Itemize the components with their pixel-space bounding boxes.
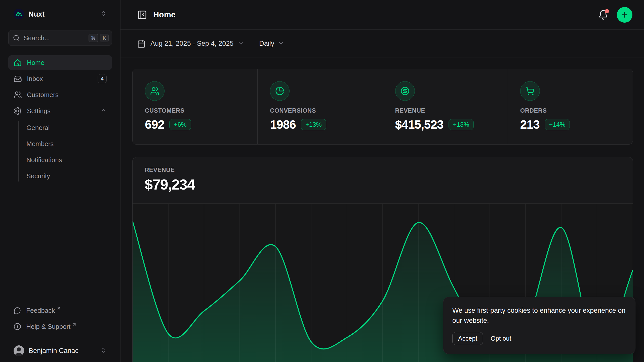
subnav-rail bbox=[18, 121, 19, 182]
pie-chart-icon bbox=[270, 81, 290, 101]
notification-dot bbox=[605, 9, 609, 13]
external-link-icon bbox=[72, 322, 77, 328]
main-area: Home Aug 21, 2025 - Sep bbox=[120, 0, 644, 362]
granularity-select[interactable]: Daily bbox=[259, 40, 284, 48]
stat-change-badge: +13% bbox=[301, 119, 326, 130]
collapse-sidebar-button[interactable] bbox=[137, 10, 147, 20]
search-input[interactable]: Search... ⌘ K bbox=[8, 30, 112, 46]
stat-orders[interactable]: ORDERS 213 +14% bbox=[508, 69, 633, 144]
stats-row: CUSTOMERS 692 +6% CONVERSIONS 1986 +13% bbox=[132, 69, 633, 145]
stat-value: 1986 bbox=[270, 118, 296, 131]
kbd-cmd: ⌘ bbox=[89, 34, 98, 42]
sidebar-item-label: Customers bbox=[27, 91, 107, 99]
dollar-circle-icon bbox=[395, 81, 415, 101]
users-icon bbox=[145, 81, 165, 101]
stat-label: CONVERSIONS bbox=[270, 107, 382, 114]
chevron-up-icon bbox=[100, 107, 107, 115]
inbox-count-badge: 4 bbox=[98, 74, 107, 83]
stat-revenue[interactable]: REVENUE $415,523 +18% bbox=[383, 69, 508, 144]
sidebar-footer: Feedback Help & Support bbox=[8, 304, 112, 336]
sidebar-item-inbox[interactable]: Inbox 4 bbox=[8, 71, 112, 86]
revenue-panel-label: REVENUE bbox=[145, 166, 621, 173]
sidebar-item-label: Inbox bbox=[27, 75, 98, 83]
page-header: Home bbox=[120, 0, 644, 30]
sidebar-item-label: Home bbox=[27, 59, 107, 67]
chat-bubble-icon bbox=[14, 307, 21, 314]
inbox-icon bbox=[14, 75, 22, 83]
help-support-label: Help & Support bbox=[26, 323, 70, 331]
settings-subnav: General Members Notifications Security bbox=[8, 120, 112, 184]
stat-change-badge: +18% bbox=[449, 119, 474, 130]
home-icon bbox=[14, 59, 22, 67]
user-menu[interactable]: Benjamin Canac bbox=[8, 340, 112, 362]
stat-value: $415,523 bbox=[395, 118, 444, 131]
sidebar-item-general[interactable]: General bbox=[8, 120, 112, 136]
stat-label: ORDERS bbox=[520, 107, 633, 114]
sidebar-item-security[interactable]: Security bbox=[8, 168, 112, 184]
sidebar-nav: Home Inbox 4 Customers Settings bbox=[8, 55, 112, 184]
workspace-name: Nuxt bbox=[28, 10, 100, 18]
cookie-banner: We use first-party cookies to enhance yo… bbox=[443, 297, 635, 354]
feedback-label: Feedback bbox=[26, 307, 55, 314]
app-root: Nuxt Search... ⌘ K Home bbox=[0, 0, 644, 362]
nuxt-logo-icon bbox=[14, 9, 24, 19]
chevron-down-icon bbox=[237, 40, 244, 47]
page-title: Home bbox=[153, 10, 598, 19]
stat-change-badge: +6% bbox=[169, 119, 191, 130]
accept-cookies-button[interactable]: Accept bbox=[452, 332, 483, 345]
shopping-cart-icon bbox=[520, 81, 540, 101]
sidebar-item-home[interactable]: Home bbox=[8, 55, 112, 70]
stat-customers[interactable]: CUSTOMERS 692 +6% bbox=[133, 69, 257, 144]
stat-value: 692 bbox=[145, 118, 164, 131]
sidebar-item-settings[interactable]: Settings bbox=[8, 104, 112, 118]
sidebar-item-customers[interactable]: Customers bbox=[8, 87, 112, 102]
chevrons-up-down-icon bbox=[100, 10, 107, 18]
workspace-switcher[interactable]: Nuxt bbox=[8, 6, 112, 23]
search-placeholder: Search... bbox=[24, 34, 87, 42]
panel-left-close-icon bbox=[137, 10, 147, 20]
feedback-link[interactable]: Feedback bbox=[8, 304, 112, 317]
date-range-picker[interactable]: Aug 21, 2025 - Sep 4, 2025 bbox=[137, 39, 244, 48]
stat-conversions[interactable]: CONVERSIONS 1986 +13% bbox=[257, 69, 382, 144]
info-circle-icon bbox=[14, 323, 21, 330]
kbd-k: K bbox=[100, 34, 109, 42]
revenue-panel-value: $79,234 bbox=[145, 176, 621, 193]
cookie-message: We use first-party cookies to enhance yo… bbox=[452, 305, 628, 326]
chevrons-up-down-icon bbox=[100, 347, 107, 354]
filters-toolbar: Aug 21, 2025 - Sep 4, 2025 Daily bbox=[120, 30, 644, 58]
external-link-icon bbox=[56, 306, 61, 312]
calendar-icon bbox=[137, 39, 146, 48]
stat-change-badge: +14% bbox=[545, 119, 570, 130]
users-icon bbox=[14, 91, 22, 99]
user-name: Benjamin Canac bbox=[29, 347, 100, 355]
stat-value: 213 bbox=[520, 118, 540, 131]
sidebar-item-label: Settings bbox=[27, 107, 100, 115]
avatar bbox=[14, 345, 24, 356]
date-range-value: Aug 21, 2025 - Sep 4, 2025 bbox=[150, 40, 233, 48]
gear-icon bbox=[14, 107, 22, 115]
stat-label: REVENUE bbox=[395, 107, 508, 114]
granularity-value: Daily bbox=[259, 40, 274, 48]
plus-icon bbox=[621, 11, 629, 19]
sidebar: Nuxt Search... ⌘ K Home bbox=[0, 0, 120, 362]
optout-cookies-button[interactable]: Opt out bbox=[491, 335, 511, 342]
sidebar-item-members[interactable]: Members bbox=[8, 136, 112, 152]
search-icon bbox=[13, 34, 20, 41]
sidebar-item-notifications[interactable]: Notifications bbox=[8, 152, 112, 168]
stat-label: CUSTOMERS bbox=[145, 107, 257, 114]
add-button[interactable] bbox=[617, 7, 632, 23]
chevron-down-icon bbox=[278, 40, 284, 47]
help-support-link[interactable]: Help & Support bbox=[8, 320, 112, 333]
